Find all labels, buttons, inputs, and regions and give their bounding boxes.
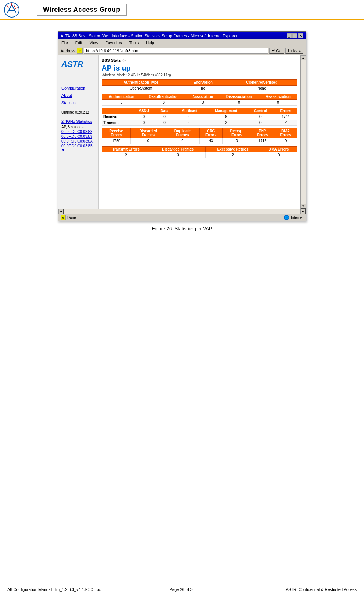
browser-content-area: ASTR Configuration About Statistics Upti… xyxy=(58,55,300,209)
dir-col xyxy=(102,108,132,114)
footer-left-text: A8 Configuration Manual - fm_1.2.6.3_v4.… xyxy=(7,587,101,592)
tx-excessive-val: 2 xyxy=(206,152,260,158)
error-table: Receive Errors Discarded Frames Duplicat… xyxy=(102,128,297,144)
scroll-down-button[interactable]: ▼ xyxy=(301,204,306,209)
menu-view[interactable]: View xyxy=(88,40,100,45)
deauth-val: 0 xyxy=(141,100,186,106)
scroll-up-button[interactable]: ▲ xyxy=(301,55,306,60)
scroll-track[interactable] xyxy=(301,60,306,204)
disassoc-col: Disassociation xyxy=(219,94,259,100)
sidebar-mac-0[interactable]: 00:0F:D0:C0:03:88 xyxy=(61,130,95,134)
links-button[interactable]: Links » xyxy=(285,48,303,54)
data-col: Data xyxy=(155,108,174,114)
transmit-control: 0 xyxy=(247,120,274,126)
sidebar-divider-2 xyxy=(60,117,97,117)
tx-excessive-col: Excessive Retries xyxy=(206,147,260,152)
assoc-col: Association xyxy=(186,94,219,100)
browser-window: ALTAI 8B Base Station Web Interface - St… xyxy=(58,31,306,221)
menu-favorites[interactable]: Favorites xyxy=(104,40,123,45)
sidebar-link-configuration[interactable]: Configuration xyxy=(60,85,97,91)
transmit-management: 2 xyxy=(205,120,247,126)
browser-body: ASTR Configuration About Statistics Upti… xyxy=(58,55,306,209)
tx-discarded-val: 3 xyxy=(150,152,206,158)
browser-titlebar: ALTAI 8B Base Station Web Interface - St… xyxy=(58,32,306,39)
browser-statusbar: e Done 🌐 Internet xyxy=(58,214,306,221)
page-footer: A8 Configuration Manual - fm_1.2.6.3_v4.… xyxy=(0,587,364,592)
address-label: Address xyxy=(61,49,75,53)
cipher-col-header: Cipher Advertised xyxy=(226,80,297,86)
management-col: Management xyxy=(205,108,247,114)
vertical-scrollbar[interactable]: ▲ ▼ xyxy=(300,55,306,209)
status-page-icon: e xyxy=(61,215,66,220)
auth-col: Authentication xyxy=(102,94,141,100)
table-row: 2 3 2 0 xyxy=(102,152,297,158)
receive-label: Receive xyxy=(102,114,132,120)
page-header: Wireless Access Group xyxy=(0,0,364,20)
menu-file[interactable]: File xyxy=(60,40,69,45)
crc-val: 43 xyxy=(199,138,222,144)
address-input[interactable] xyxy=(84,48,268,54)
reassoc-col: Reassociation xyxy=(259,94,297,100)
internet-globe-icon: 🌐 xyxy=(284,215,289,220)
menu-edit[interactable]: Edit xyxy=(74,40,84,45)
sidebar-mac-1[interactable]: 00:0F:D0:C0:03:89 xyxy=(61,134,95,139)
control-col: Control xyxy=(247,108,274,114)
sidebar-link-statistics[interactable]: Statistics xyxy=(60,100,97,106)
auth-type-col-header: Authentication Type xyxy=(102,80,180,86)
minimize-button[interactable]: _ xyxy=(287,33,292,38)
receive-data: 0 xyxy=(155,114,174,120)
go-arrow-icon: ↵ xyxy=(272,48,275,53)
rx-errors-col: Receive Errors xyxy=(102,128,131,138)
menu-help[interactable]: Help xyxy=(144,40,156,45)
transmit-data: 0 xyxy=(155,120,174,126)
svg-line-4 xyxy=(15,8,18,9)
msdu-col: MSDU xyxy=(132,108,155,114)
errors-col: Errors xyxy=(274,108,297,114)
tx-discarded-col: Discarded Frames xyxy=(150,147,206,152)
tx-errors-col: Transmit Errors xyxy=(102,147,150,152)
go-button[interactable]: ↵ Go xyxy=(269,48,284,54)
transmit-error-table: Transmit Errors Discarded Frames Excessi… xyxy=(102,146,297,158)
astri-logo xyxy=(4,2,33,18)
assoc-table: Authentication Deauthentication Associat… xyxy=(102,94,297,106)
phy-col: PHY Errors xyxy=(251,128,274,138)
wireless-mode: Wireless Mode: 2.4GHz 54Mbps (802.11g) xyxy=(102,73,297,77)
table-row: 0 0 0 0 0 xyxy=(102,100,297,106)
table-row: 1759 0 0 43 0 1716 0 xyxy=(102,138,297,144)
receive-multicast: 0 xyxy=(174,114,205,120)
auth-val: 0 xyxy=(102,100,141,106)
sidebar-uptime: Uptime: 00:01:12 xyxy=(61,110,95,114)
reassoc-val: 0 xyxy=(259,100,297,106)
sidebar-station-count: AP, 8 stations xyxy=(61,125,95,129)
sidebar-mac-3[interactable]: 00:0F:D0:C0:03:8B ▼ xyxy=(61,144,95,152)
horizontal-scrollbar[interactable]: ◄ ► xyxy=(58,209,306,214)
assoc-val: 0 xyxy=(186,100,219,106)
sidebar-mac-2[interactable]: 00:0F:D0:C0:03:8A xyxy=(61,139,95,143)
status-done-area: e Done xyxy=(61,215,76,220)
decrypt-col: Decrypt Errors xyxy=(223,128,251,138)
duplicate-val: 0 xyxy=(166,138,199,144)
receive-errors: 1714 xyxy=(274,114,297,120)
table-row: Receive 0 0 0 6 0 1714 xyxy=(102,114,297,120)
status-internet-area: 🌐 Internet xyxy=(284,215,303,220)
traffic-table: MSDU Data Multicast Management Control E… xyxy=(102,108,297,126)
restore-button[interactable]: □ xyxy=(292,33,297,38)
address-page-icon: e xyxy=(77,48,83,54)
titlebar-buttons: _ □ ✕ xyxy=(287,33,303,38)
header-title: Wireless Access Group xyxy=(37,4,127,16)
discarded-col: Discarded Frames xyxy=(131,128,166,138)
browser-title-text: ALTAI 8B Base Station Web Interface - St… xyxy=(61,34,238,38)
sidebar-link-about[interactable]: About xyxy=(60,92,97,98)
scroll-right-button[interactable]: ► xyxy=(300,209,306,214)
hscroll-track[interactable] xyxy=(64,209,300,214)
auth-type-value: Open-System xyxy=(102,86,180,91)
close-button[interactable]: ✕ xyxy=(298,33,303,38)
scroll-left-button[interactable]: ◄ xyxy=(58,209,64,214)
svg-line-5 xyxy=(6,5,9,7)
status-done-text: Done xyxy=(67,216,76,220)
sidebar-2ghz-stats[interactable]: 2.4GHz Statistics xyxy=(61,119,95,124)
duplicate-col: Duplicate Frames xyxy=(166,128,199,138)
main-content: ALTAI 8B Base Station Web Interface - St… xyxy=(0,20,364,231)
tx-errors-val: 2 xyxy=(102,152,150,158)
menu-tools[interactable]: Tools xyxy=(128,40,140,45)
